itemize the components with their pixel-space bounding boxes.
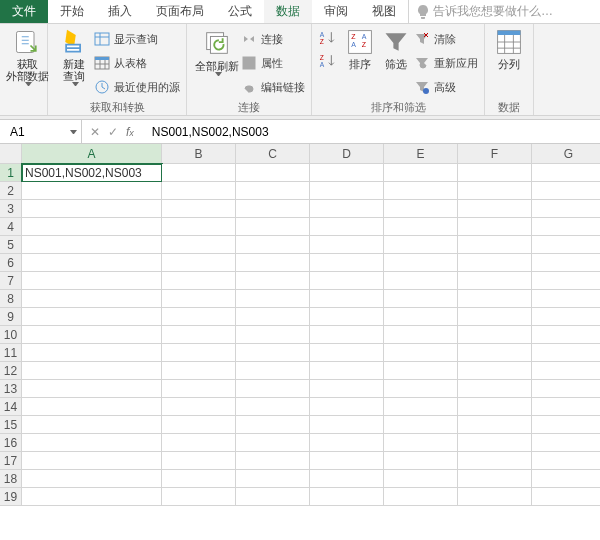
cell-B11[interactable] [162, 344, 236, 362]
row-header-14[interactable]: 14 [0, 398, 22, 416]
cell-G9[interactable] [532, 308, 600, 326]
row-header-7[interactable]: 7 [0, 272, 22, 290]
row-header-3[interactable]: 3 [0, 200, 22, 218]
row-header-13[interactable]: 13 [0, 380, 22, 398]
cell-C8[interactable] [236, 290, 310, 308]
cell-B7[interactable] [162, 272, 236, 290]
cell-C5[interactable] [236, 236, 310, 254]
row-header-18[interactable]: 18 [0, 470, 22, 488]
sort-button[interactable]: ZAAZ 排序 [342, 26, 378, 70]
cell-D16[interactable] [310, 434, 384, 452]
cell-D2[interactable] [310, 182, 384, 200]
row-header-1[interactable]: 1 [0, 164, 22, 182]
cell-A13[interactable] [22, 380, 162, 398]
cell-B12[interactable] [162, 362, 236, 380]
cell-F12[interactable] [458, 362, 532, 380]
cell-F15[interactable] [458, 416, 532, 434]
sort-asc-button[interactable]: AZ [318, 30, 338, 49]
col-header-A[interactable]: A [22, 144, 162, 164]
cell-A11[interactable] [22, 344, 162, 362]
cell-G8[interactable] [532, 290, 600, 308]
cell-B1[interactable] [162, 164, 236, 182]
cell-E2[interactable] [384, 182, 458, 200]
cell-E17[interactable] [384, 452, 458, 470]
cell-D5[interactable] [310, 236, 384, 254]
cell-D11[interactable] [310, 344, 384, 362]
cell-D19[interactable] [310, 488, 384, 506]
cell-E8[interactable] [384, 290, 458, 308]
cell-C19[interactable] [236, 488, 310, 506]
cell-F6[interactable] [458, 254, 532, 272]
cell-F8[interactable] [458, 290, 532, 308]
tab-review[interactable]: 审阅 [312, 0, 360, 23]
advanced-filter-button[interactable]: 高级 [414, 76, 478, 98]
cell-B6[interactable] [162, 254, 236, 272]
tab-view[interactable]: 视图 [360, 0, 408, 23]
spreadsheet-grid[interactable]: ABCDEFG1NS001,NS002,NS003234567891011121… [0, 144, 600, 506]
text-to-columns-button[interactable]: 分列 [491, 26, 527, 70]
cell-D10[interactable] [310, 326, 384, 344]
formula-bar-input[interactable] [148, 124, 600, 140]
cell-D17[interactable] [310, 452, 384, 470]
row-header-6[interactable]: 6 [0, 254, 22, 272]
cell-G17[interactable] [532, 452, 600, 470]
cell-A5[interactable] [22, 236, 162, 254]
cell-C12[interactable] [236, 362, 310, 380]
reapply-button[interactable]: 重新应用 [414, 52, 478, 74]
col-header-D[interactable]: D [310, 144, 384, 164]
cell-G1[interactable] [532, 164, 600, 182]
cell-G13[interactable] [532, 380, 600, 398]
from-table-button[interactable]: 从表格 [94, 52, 180, 74]
cell-C1[interactable] [236, 164, 310, 182]
row-header-16[interactable]: 16 [0, 434, 22, 452]
cell-B3[interactable] [162, 200, 236, 218]
tab-home[interactable]: 开始 [48, 0, 96, 23]
select-all-corner[interactable] [0, 144, 22, 164]
edit-links-button[interactable]: 编辑链接 [241, 76, 305, 98]
name-box[interactable] [0, 120, 82, 143]
cell-C16[interactable] [236, 434, 310, 452]
cell-C10[interactable] [236, 326, 310, 344]
cell-G2[interactable] [532, 182, 600, 200]
cell-B17[interactable] [162, 452, 236, 470]
row-header-8[interactable]: 8 [0, 290, 22, 308]
cell-D9[interactable] [310, 308, 384, 326]
cell-B19[interactable] [162, 488, 236, 506]
tab-formula[interactable]: 公式 [216, 0, 264, 23]
cell-A18[interactable] [22, 470, 162, 488]
cell-E12[interactable] [384, 362, 458, 380]
cell-A7[interactable] [22, 272, 162, 290]
cell-F9[interactable] [458, 308, 532, 326]
cell-F1[interactable] [458, 164, 532, 182]
cell-E15[interactable] [384, 416, 458, 434]
cell-B14[interactable] [162, 398, 236, 416]
cell-F19[interactable] [458, 488, 532, 506]
cell-G3[interactable] [532, 200, 600, 218]
refresh-all-button[interactable]: 全部刷新 [193, 26, 241, 76]
cell-E13[interactable] [384, 380, 458, 398]
col-header-G[interactable]: G [532, 144, 600, 164]
cell-G7[interactable] [532, 272, 600, 290]
cell-C7[interactable] [236, 272, 310, 290]
cell-C11[interactable] [236, 344, 310, 362]
cell-D8[interactable] [310, 290, 384, 308]
cell-G5[interactable] [532, 236, 600, 254]
clear-filter-button[interactable]: 清除 [414, 28, 478, 50]
cell-B15[interactable] [162, 416, 236, 434]
cell-F5[interactable] [458, 236, 532, 254]
cell-A14[interactable] [22, 398, 162, 416]
cancel-formula-button[interactable]: ✕ [90, 125, 100, 139]
cell-D3[interactable] [310, 200, 384, 218]
cell-D13[interactable] [310, 380, 384, 398]
tab-data[interactable]: 数据 [264, 0, 312, 23]
cell-F4[interactable] [458, 218, 532, 236]
cell-C3[interactable] [236, 200, 310, 218]
cell-D4[interactable] [310, 218, 384, 236]
cell-E9[interactable] [384, 308, 458, 326]
cell-E19[interactable] [384, 488, 458, 506]
cell-F17[interactable] [458, 452, 532, 470]
cell-A17[interactable] [22, 452, 162, 470]
cell-F18[interactable] [458, 470, 532, 488]
tab-file[interactable]: 文件 [0, 0, 48, 23]
show-queries-button[interactable]: 显示查询 [94, 28, 180, 50]
